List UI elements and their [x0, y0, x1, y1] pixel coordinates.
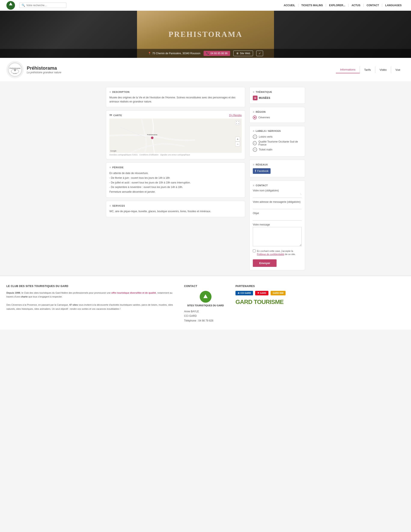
map-svg: Préhistorama [110, 119, 242, 153]
profile-logo-inner: Préhistorama MUSÉE [8, 62, 22, 77]
description-icon: ≡ [110, 90, 111, 94]
hero-site-button[interactable]: 🖥 Site Web [233, 51, 253, 56]
hero-phone-button[interactable]: 📞 04 66 85 86 96 [204, 51, 230, 56]
contact-message-textarea[interactable] [253, 227, 301, 246]
tab-informations[interactable]: Informations [336, 66, 360, 73]
region-dot [253, 115, 257, 119]
footer: LE CLUB DES SITES TOURISTIQUES DU GARD D… [0, 276, 411, 330]
nav-link-languages[interactable]: LANGUAGES [382, 4, 405, 7]
thematique-badge: 🏛 MUSÉES [253, 95, 270, 100]
profile-section: Préhistorama MUSÉE Préhistorama La préhi… [0, 58, 411, 82]
nav-link-tickets[interactable]: TICKETS MALINS [298, 4, 326, 7]
nav-link-explorer[interactable]: EXPLORER... [326, 4, 348, 7]
region-name: Cévennes [258, 116, 270, 119]
tab-vue[interactable]: Vue [391, 66, 405, 73]
footer-contact-phone: Téléphone : 04 66 79 826 [184, 319, 227, 323]
search-icon: 🔍 [22, 4, 25, 7]
label-icon-2: ⊙ [253, 147, 257, 152]
privacy-link[interactable]: Politique de confidentialité [257, 253, 284, 256]
tab-video[interactable]: Vidéo [375, 66, 391, 73]
contact-subject-input[interactable] [253, 216, 301, 220]
map-conditions[interactable]: Conditions d'utilisation [139, 154, 158, 156]
map-google-logo: Google [110, 150, 117, 152]
periode-text: En attente de date de réouverture. - De … [110, 171, 242, 194]
map-container[interactable]: Préhistorama ⛶ + − Google [110, 119, 242, 153]
contact-form-title: ≡ CONTACT [253, 184, 301, 187]
contact-icon: ≡ [253, 184, 255, 187]
tab-tarifs[interactable]: Tarifs [360, 66, 375, 73]
search-input[interactable] [26, 4, 61, 7]
region-card: ≡ RÉGION Cévennes [249, 107, 305, 123]
nav-logo[interactable]: ● [6, 1, 15, 10]
contact-subject-label: Objet [253, 212, 301, 215]
footer-contact-title: CONTACT [184, 285, 227, 288]
top-nav: ● 🔍 ACCUEIL TICKETS MALINS EXPLORER... A… [0, 0, 411, 11]
nav-link-accueil[interactable]: ACCUEIL [281, 4, 298, 7]
map-expand-button[interactable]: ⛶ [235, 120, 240, 125]
contact-email-input[interactable] [253, 204, 301, 209]
description-text: Musée des origines de la Vie et de l'évo… [110, 95, 242, 104]
footer-partners-col: PARTENAIRES ♻ CCI GARD ⚑ GARD GARD BIM G… [236, 285, 405, 323]
map-zoom-in[interactable]: + [235, 137, 240, 142]
hero-address: 📍 75 Chemin de Panissière, 30340 Rousson [148, 52, 200, 55]
hero-banner: PREHISTORAMA 📍 75 Chemin de Panissière, … [0, 11, 411, 58]
label-item-2: ⊙ Ticket malin [253, 147, 301, 152]
svg-text:Préhistorama: Préhistorama [9, 67, 20, 69]
map-report-error[interactable]: Signaler une erreur cartographique [160, 154, 190, 156]
facebook-icon: f [255, 169, 256, 173]
svg-point-6 [151, 137, 154, 139]
region-title: ≡ RÉGION [253, 110, 301, 113]
facebook-label: Facebook [257, 170, 269, 172]
share-icon: ⤢ [259, 52, 261, 55]
send-button[interactable]: Envoyer [253, 259, 277, 267]
label-text-1: Qualité Tourisme Occitanie Sud de France [258, 140, 301, 146]
thematique-label: MUSÉES [259, 96, 270, 99]
thematique-icon: ≡ [253, 90, 255, 94]
hero-title: PREHISTORAMA [168, 30, 242, 39]
description-card: ≡ DESCRIPTION Musée des origines de la V… [106, 87, 245, 107]
map-controls: ⛶ [235, 120, 240, 125]
nav-links: ACCUEIL TICKETS MALINS EXPLORER... ACTUS… [281, 4, 405, 7]
region-dot-inner [254, 117, 255, 118]
sy-rendre-link[interactable]: S'y Rendre [229, 114, 242, 117]
search-bar[interactable]: 🔍 [19, 3, 66, 8]
footer-sites-logo: SITES TOURISTIQUES DU GARD [184, 291, 227, 307]
right-column: ≡ THÉMATIQUE 🏛 MUSÉES ≡ RÉGION Cévennes [249, 87, 305, 270]
contact-message-label: Votre message [253, 223, 301, 226]
nav-link-actus[interactable]: ACTUS [348, 4, 364, 7]
hero-info-bar: 📍 75 Chemin de Panissière, 30340 Rousson… [0, 49, 411, 58]
profile-tabs: Informations Tarifs Vidéo Vue [336, 66, 405, 73]
facebook-button[interactable]: f Facebook [253, 168, 271, 174]
footer-partners-logos: ♻ CCI GARD ⚑ GARD GARD BIM [236, 291, 405, 295]
nav-link-contact[interactable]: CONTACT [364, 4, 382, 7]
reseaux-title: ≡ RÉSEAUX [253, 163, 301, 166]
labels-title: ≡ LABELS / SERVICES [253, 129, 301, 133]
globe-icon: 🖥 [236, 52, 239, 55]
periode-card: ≡ PÉRIODE En attente de date de réouvert… [106, 162, 245, 198]
contact-name-input[interactable] [253, 193, 301, 198]
contact-name-label: Votre nom (obligatoire) [253, 189, 301, 192]
footer-contact-org: CCI GARD [184, 314, 227, 319]
services-title: ≡ SERVICES [110, 204, 242, 207]
hero-site-text: Site Web [240, 52, 250, 55]
contact-privacy-checkbox[interactable] [253, 249, 256, 252]
map-zoom-out[interactable]: − [235, 142, 240, 146]
footer-club-col: LE CLUB DES SITES TOURISTIQUES DU GARD D… [6, 285, 175, 323]
carte-card: 🗺 CARTE S'y Rendre [106, 110, 245, 159]
partner-gard2-badge: GARD BIM [271, 291, 286, 295]
thematique-title: ≡ THÉMATIQUE [253, 90, 301, 94]
footer-partners-title: PARTENAIRES [236, 285, 405, 288]
resize-icon: ⤡ [300, 193, 301, 195]
map-data-copyright: Données cartographiques ©2021 [110, 154, 138, 156]
labels-icon: ≡ [253, 129, 255, 133]
region-icon: ≡ [253, 110, 255, 113]
label-item-1: ⊙ Qualité Tourisme Occitanie Sud de Fran… [253, 140, 301, 146]
svg-text:Préhistorama: Préhistorama [147, 134, 157, 136]
profile-info: Préhistorama La préhistoire grandeur nat… [27, 65, 336, 74]
footer-contact-col: CONTACT SITES TOURISTIQUES DU GARD Anne … [184, 285, 227, 323]
hero-share-button[interactable]: ⤢ [256, 51, 263, 56]
description-title: ≡ DESCRIPTION [110, 90, 242, 94]
profile-tagline: La préhistoire grandeur nature [27, 71, 336, 74]
map-zoom-controls: + − [235, 137, 240, 146]
map-title: 🗺 CARTE [110, 114, 122, 117]
